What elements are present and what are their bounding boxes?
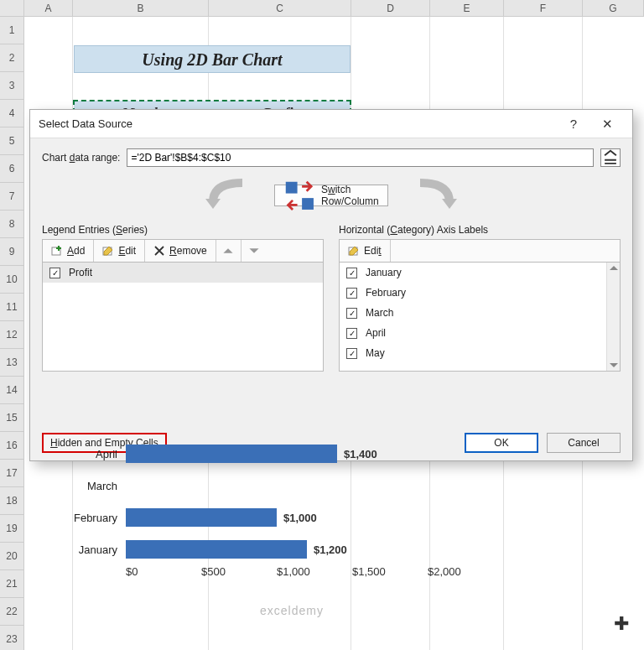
col-header[interactable]: D xyxy=(351,0,430,17)
row-header[interactable]: 13 xyxy=(0,349,24,377)
bar[interactable] xyxy=(126,540,307,559)
collapse-dialog-icon[interactable] xyxy=(600,148,621,167)
bar[interactable] xyxy=(126,445,337,463)
chart-data-range-label: Chart data range: xyxy=(42,152,120,164)
col-header[interactable]: B xyxy=(73,0,209,17)
row-header[interactable]: 7 xyxy=(0,183,24,211)
bar-label: January xyxy=(50,543,126,556)
row-header[interactable]: 17 xyxy=(0,460,24,487)
col-header[interactable]: G xyxy=(583,0,644,17)
series-item[interactable]: ✓ Profit xyxy=(43,263,323,283)
chart-data-range-input[interactable] xyxy=(127,148,594,167)
row-header[interactable]: 14 xyxy=(0,377,24,404)
row-header[interactable]: 19 xyxy=(0,515,24,543)
category-listbox[interactable]: ✓January ✓February ✓March ✓April ✓May xyxy=(339,263,621,372)
remove-icon xyxy=(153,245,165,257)
series-name: Profit xyxy=(69,267,92,278)
edit-icon xyxy=(102,245,114,257)
row-header[interactable]: 5 xyxy=(0,127,24,155)
col-header[interactable]: C xyxy=(209,0,351,17)
remove-series-button[interactable]: Remove xyxy=(145,240,216,262)
legend-entries-label: Legend Entries (Series) xyxy=(42,224,324,236)
row-header[interactable]: 23 xyxy=(0,626,24,650)
bar-row-march: March xyxy=(50,470,570,502)
column-headers: A B C D E F G xyxy=(0,0,644,17)
row-header[interactable]: 9 xyxy=(0,238,24,266)
chevron-down-icon xyxy=(248,245,260,257)
row-header[interactable]: 16 xyxy=(0,432,24,460)
row-header[interactable]: 4 xyxy=(0,100,24,127)
row-header[interactable]: 20 xyxy=(0,543,24,570)
svg-rect-1 xyxy=(302,198,314,210)
arrow-left-icon xyxy=(200,179,251,212)
bar-value: $1,400 xyxy=(344,448,377,460)
checkbox-icon[interactable]: ✓ xyxy=(346,308,357,319)
legend-entries-pane: Legend Entries (Series) Add Edit Remove xyxy=(42,224,324,372)
col-header[interactable]: A xyxy=(24,0,73,17)
axis-labels-label: Horizontal (Category) Axis Labels xyxy=(339,224,621,236)
col-header[interactable]: E xyxy=(430,0,504,17)
chevron-up-icon xyxy=(222,245,234,257)
checkbox-icon[interactable]: ✓ xyxy=(346,288,357,299)
title-cell[interactable]: Using 2D Bar Chart xyxy=(74,45,351,73)
row-header[interactable]: 12 xyxy=(0,321,24,349)
row-header[interactable]: 22 xyxy=(0,598,24,626)
svg-rect-0 xyxy=(286,181,298,193)
x-axis: $0 $500 $1,000 $1,500 $2,000 xyxy=(126,565,570,578)
row-header[interactable]: 6 xyxy=(0,155,24,183)
axis-tick: $500 xyxy=(201,565,277,578)
checkbox-icon[interactable]: ✓ xyxy=(346,268,357,278)
bar-value: $1,200 xyxy=(314,543,347,556)
series-listbox[interactable]: ✓ Profit xyxy=(42,263,324,372)
dialog-titlebar[interactable]: Select Data Source ? ✕ xyxy=(30,110,632,138)
checkbox-icon[interactable]: ✓ xyxy=(346,348,357,359)
dialog-title: Select Data Source xyxy=(39,117,557,130)
corner-cell[interactable] xyxy=(0,0,24,17)
cell-cursor-icon: ✚ xyxy=(614,613,629,635)
row-header[interactable]: 1 xyxy=(0,17,24,44)
checkbox-icon[interactable]: ✓ xyxy=(346,328,357,339)
row-header[interactable]: 21 xyxy=(0,570,24,598)
axis-tick: $1,500 xyxy=(352,565,428,578)
bar-label: February xyxy=(50,512,126,524)
edit-series-button[interactable]: Edit xyxy=(94,240,145,262)
move-down-button[interactable] xyxy=(242,240,267,262)
row-header[interactable]: 15 xyxy=(0,404,24,432)
row-header[interactable]: 18 xyxy=(0,487,24,515)
edit-icon xyxy=(348,245,360,257)
add-icon xyxy=(51,245,63,257)
row-headers: 1 2 3 4 5 6 7 8 9 10 11 12 13 14 15 16 1… xyxy=(0,17,24,650)
edit-axis-button[interactable]: Edit xyxy=(340,240,391,262)
bar[interactable] xyxy=(126,508,277,527)
axis-tick: $0 xyxy=(126,565,201,578)
row-header[interactable]: 2 xyxy=(0,44,24,72)
row-header[interactable]: 8 xyxy=(0,211,24,238)
row-header[interactable]: 10 xyxy=(0,266,24,294)
bar-label: April xyxy=(50,448,126,460)
category-item[interactable]: ✓February xyxy=(340,283,620,303)
axis-tick: $1,000 xyxy=(277,565,352,578)
category-item[interactable]: ✓May xyxy=(340,343,620,363)
axis-labels-pane: Horizontal (Category) Axis Labels Edit ✓… xyxy=(339,224,621,372)
bar-row-february: February $1,000 xyxy=(50,502,570,533)
checkbox-icon[interactable]: ✓ xyxy=(49,268,60,278)
category-item[interactable]: ✓January xyxy=(340,263,620,283)
bar-row-january: January $1,200 xyxy=(50,533,570,565)
switch-row-column-button[interactable]: Switch Row/Column xyxy=(274,185,387,206)
axis-tick: $2,000 xyxy=(428,565,503,578)
row-header[interactable]: 11 xyxy=(0,294,24,321)
move-up-button[interactable] xyxy=(216,240,242,262)
close-icon[interactable]: ✕ xyxy=(590,117,624,132)
col-header[interactable]: F xyxy=(504,0,583,17)
arrow-right-icon xyxy=(412,179,462,212)
help-icon[interactable]: ? xyxy=(557,117,590,131)
category-item[interactable]: ✓April xyxy=(340,323,620,343)
switch-icon xyxy=(283,179,316,212)
add-series-button[interactable]: Add xyxy=(43,240,94,262)
bar-row-april: April $1,400 xyxy=(50,438,570,470)
bar-chart[interactable]: April $1,400 March February $1,000 Janua… xyxy=(50,438,570,578)
select-data-source-dialog: Select Data Source ? ✕ Chart data range:… xyxy=(29,109,633,461)
category-item[interactable]: ✓March xyxy=(340,303,620,323)
row-header[interactable]: 3 xyxy=(0,72,24,100)
scrollbar[interactable] xyxy=(606,263,620,371)
